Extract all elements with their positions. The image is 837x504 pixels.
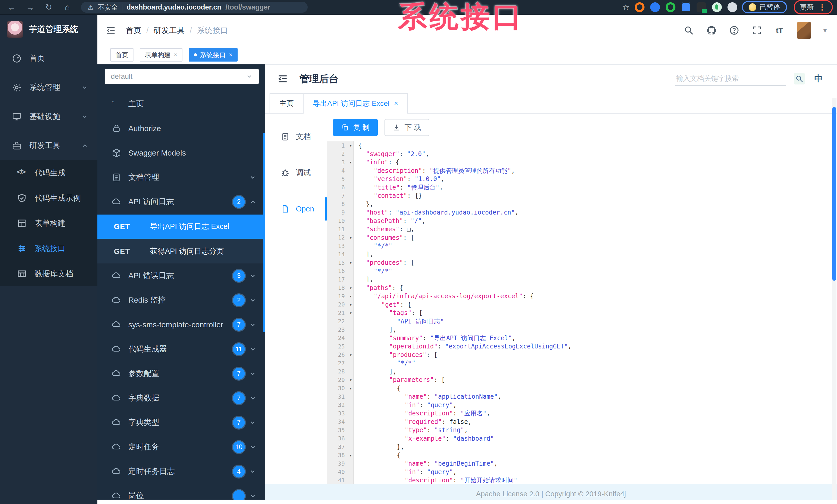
tag-tab[interactable]: 表单构建× [140, 48, 182, 61]
fold-arrow-icon[interactable]: ▾ [350, 310, 352, 316]
close-icon[interactable]: × [174, 51, 177, 58]
close-icon[interactable]: × [229, 51, 232, 58]
chevron-up-icon [249, 199, 256, 205]
sidebar-item-首页[interactable]: 首页 [0, 44, 97, 73]
chevron-down-icon[interactable]: ▾ [823, 26, 827, 35]
back-icon[interactable]: ← [4, 2, 19, 13]
swagger-menu-item[interactable]: 参数配置7 [97, 361, 265, 386]
sidebar-item-系统接口[interactable]: 系统接口 [0, 236, 97, 261]
help-icon[interactable] [729, 25, 739, 36]
collapse-menu-icon[interactable] [105, 25, 117, 36]
swagger-menu-item[interactable]: 字典类型7 [97, 410, 265, 435]
code-text: "contact": {} [354, 192, 422, 199]
page-scrollbar-thumb[interactable] [832, 107, 836, 281]
fold-arrow-icon[interactable]: ▾ [350, 160, 352, 165]
fold-arrow-icon[interactable]: ▾ [350, 285, 352, 291]
font-size-icon[interactable]: tT [774, 25, 785, 36]
code-line: 4"description": "提供管理员管理的所有功能", [327, 167, 837, 175]
swagger-menu-item[interactable]: API 错误日志3 [97, 263, 265, 288]
tag-tab[interactable]: 首页 [110, 48, 133, 61]
github-icon[interactable] [706, 25, 717, 36]
language-toggle-icon[interactable]: 中 [814, 73, 823, 85]
api-operation[interactable]: GET获得API 访问日志分页 [97, 239, 265, 263]
code-line: 33"description": "应用名", [327, 409, 837, 418]
swagger-menu-item[interactable]: 定时任务10 [97, 435, 265, 459]
chevron-down-icon [249, 493, 256, 499]
rail-item-文档[interactable]: 文档 [265, 119, 327, 155]
fold-arrow-icon[interactable]: ▾ [350, 260, 352, 265]
fold-arrow-icon[interactable]: ▾ [350, 386, 352, 391]
breadcrumb-item[interactable]: 首页 [126, 25, 141, 36]
extension-ring-green[interactable] [666, 2, 675, 12]
fold-arrow-icon[interactable]: ▾ [350, 302, 352, 307]
extension-leaf-green[interactable] [712, 2, 722, 12]
line-number: 8 [327, 201, 354, 207]
extension-drop-blue[interactable] [650, 2, 660, 12]
code-text: "description": "提供管理员管理的所有功能", [354, 167, 515, 175]
code-line: 1▾{ [327, 142, 837, 150]
search-icon[interactable] [794, 73, 805, 85]
swagger-menu-item[interactable]: API 访问日志2 [97, 189, 265, 214]
breadcrumb-item[interactable]: 研发工具 [154, 25, 184, 36]
swagger-menu-item[interactable]: Authorize [97, 116, 265, 141]
chevron-down-icon [249, 321, 256, 328]
swagger-menu-item[interactable]: 代码生成器11 [97, 337, 265, 361]
rail-item-调试[interactable]: 调试 [265, 155, 327, 191]
sidebar-item-研发工具[interactable]: 研发工具 [0, 131, 97, 160]
sidebar-item-代码生成示例[interactable]: 代码生成示例 [0, 185, 97, 211]
panel-scrollbar[interactable] [263, 133, 265, 332]
sidebar-item-表单构建[interactable]: 表单构建 [0, 211, 97, 236]
code-editor[interactable]: 1▾{2"swagger": "2.0",3▾"info": {4"descri… [327, 142, 837, 484]
fold-arrow-icon[interactable]: ▾ [350, 294, 352, 299]
browser-update-button[interactable]: 更新 ⋮ [794, 0, 833, 14]
paused-extension-pill[interactable]: 已暂停 [742, 1, 787, 13]
api-group-select[interactable]: default [105, 69, 259, 84]
download-button[interactable]: 下 载 [385, 119, 429, 136]
extension-ring-orange[interactable] [635, 2, 644, 12]
search-icon[interactable] [684, 25, 694, 36]
fullscreen-icon[interactable] [752, 25, 762, 36]
fold-arrow-icon[interactable]: ▾ [350, 377, 352, 382]
bookmark-star-icon[interactable]: ☆ [622, 2, 629, 12]
line-number: 2 [327, 151, 354, 157]
swagger-menu-item[interactable]: Redis 监控2 [97, 288, 265, 312]
doc-search-input[interactable] [675, 72, 786, 86]
line-number: 29▾ [327, 377, 354, 383]
reload-icon[interactable]: ↻ [41, 2, 56, 13]
browser-menu-icon[interactable]: ⋮ [816, 2, 828, 12]
sidebar-item-代码生成[interactable]: </>代码生成 [0, 160, 97, 185]
code-line: 24"summary": "导出API 访问日志 Excel", [327, 334, 837, 342]
line-number: 10 [327, 218, 354, 224]
code-line: 21▾"tags": [ [327, 309, 837, 317]
doc-tab[interactable]: 主页 [270, 93, 304, 113]
address-bar[interactable]: ⚠ 不安全 dashboard.yudao.iocoder.cn /tool/s… [81, 2, 308, 13]
menu-fold-icon[interactable] [277, 73, 289, 85]
sidebar-item-系统管理[interactable]: 系统管理 [0, 73, 97, 102]
fold-arrow-icon[interactable]: ▾ [350, 143, 352, 148]
home-icon[interactable]: ⌂ [60, 2, 75, 13]
close-icon[interactable]: × [394, 99, 398, 107]
swagger-menu-item[interactable]: sys-sms-template-controller7 [97, 312, 265, 337]
swagger-menu-item[interactable]: 定时任务日志4 [97, 459, 265, 484]
rail-item-Open[interactable]: Open [265, 191, 327, 227]
extension-dev-badge[interactable] [697, 2, 706, 12]
swagger-menu-item[interactable]: Swagger Models [97, 141, 265, 165]
sidebar-item-数据库文档[interactable]: 数据库文档 [0, 261, 97, 286]
api-operation[interactable]: GET导出API 访问日志 Excel [97, 214, 265, 239]
copy-button[interactable]: 复 制 [333, 119, 378, 136]
line-number: 6 [327, 184, 354, 191]
swagger-menu-item[interactable]: 文档管理 [97, 165, 265, 189]
doc-tab[interactable]: 导出API 访问日志 Excel× [303, 93, 408, 113]
fold-arrow-icon[interactable]: ▾ [350, 235, 352, 240]
tag-tab[interactable]: 系统接口× [189, 48, 237, 61]
extension-paw-white[interactable] [728, 2, 737, 12]
sidebar-item-基础设施[interactable]: 基础设施 [0, 102, 97, 131]
user-avatar[interactable] [797, 22, 811, 39]
fold-arrow-icon[interactable]: ▾ [350, 453, 352, 458]
forward-icon[interactable]: → [23, 2, 38, 13]
fold-arrow-icon[interactable]: ▾ [350, 352, 352, 357]
active-dot-icon [194, 53, 197, 56]
extension-grid-blue[interactable] [681, 2, 691, 12]
swagger-menu-item[interactable]: ⌂主页 [97, 92, 265, 116]
swagger-menu-item[interactable]: 字典数据7 [97, 386, 265, 410]
